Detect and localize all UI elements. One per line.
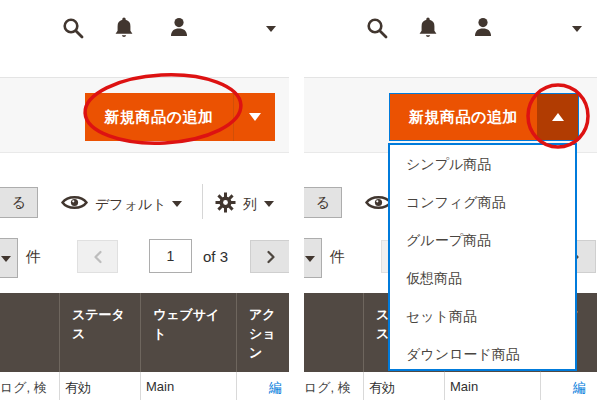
edit-link[interactable]: 編 [573,380,586,395]
per-page-caret-icon [305,256,315,262]
search-icon[interactable] [62,17,84,39]
cell-status: 有効 [59,372,140,400]
cell-action: 編 [540,372,597,400]
per-page-select[interactable] [304,238,322,278]
grid-data-row[interactable]: ログ, 検 有効 Main 編 [304,372,597,400]
menu-item-virtual-product[interactable]: 仮想商品 [390,259,575,297]
grid-header-status[interactable]: ステータス [59,293,140,372]
toolbar-divider [202,184,203,219]
account-icon[interactable] [167,16,191,40]
view-selector-caret-icon[interactable] [172,201,182,207]
menu-item-grouped-product[interactable]: グループ商品 [390,221,575,259]
account-menu-caret-icon[interactable] [266,26,276,32]
grid-header-row: ステータス ウェブサイト アクション [0,293,289,372]
account-menu-caret-icon[interactable] [572,26,582,32]
caret-down-icon [249,113,261,121]
menu-item-configurable-product[interactable]: コンフィグ商品 [390,183,575,221]
edit-link[interactable]: 編 [269,380,282,395]
caret-up-icon [552,113,564,121]
columns-selector-caret-icon[interactable] [264,201,274,207]
page-of-label: of 3 [203,248,228,265]
grid-header-website[interactable]: ウェブサイト [140,293,236,372]
grid-header-action[interactable]: アクション [236,293,289,372]
gear-icon[interactable] [215,192,236,213]
add-product-split-button[interactable]: 新規商品の追加 [389,93,579,141]
menu-item-simple-product[interactable]: シンプル商品 [390,145,575,183]
cell-visibility: ログ, 検 [304,372,363,400]
add-product-toggle[interactable] [537,94,578,140]
add-product-button-label[interactable]: 新規商品の追加 [390,94,537,140]
next-page-button[interactable] [250,240,289,273]
view-selector-label[interactable]: デフォルト [95,196,167,214]
add-product-button-label[interactable]: 新規商品の追加 [85,93,233,141]
cell-website: Main [140,372,236,400]
grid-header-blank[interactable] [304,293,363,372]
menu-item-bundle-product[interactable]: セット商品 [390,297,575,335]
menu-item-downloadable-product[interactable]: ダウンロード商品 [390,335,575,373]
cell-visibility: ログ, 検 [0,372,59,400]
grid-data-row[interactable]: ログ, 検 有効 Main 編 [0,372,289,400]
clear-filters-button[interactable]: る [0,187,38,218]
clear-filters-button-label: る [316,194,330,210]
prev-page-button[interactable] [77,240,118,273]
columns-selector-label[interactable]: 列 [243,196,257,214]
chevron-left-icon [93,250,103,264]
chevron-right-icon [266,250,276,264]
add-product-split-button[interactable]: 新規商品の追加 [85,93,275,141]
account-icon[interactable] [471,16,495,40]
clear-filters-button-label: る [12,194,26,210]
notifications-icon[interactable] [417,16,439,40]
page-number-input[interactable] [149,239,192,273]
product-type-menu: シンプル商品 コンフィグ商品 グループ商品 仮想商品 セット商品 ダウンロード商… [388,143,577,371]
grid-header-blank[interactable] [0,293,59,372]
screenshot-open-state: 新規商品の追加 る デフォルト 件 of 3 ステータス ウェブサイト アクショ… [304,0,597,400]
cell-status: 有効 [363,372,444,400]
per-page-select[interactable] [0,238,18,278]
notifications-icon[interactable] [113,16,135,40]
cell-action: 編 [236,372,289,400]
cell-website: Main [444,372,540,400]
add-product-toggle[interactable] [233,93,275,141]
eye-icon[interactable] [61,194,88,211]
per-page-suffix: 件 [26,248,41,267]
search-icon[interactable] [366,17,388,39]
per-page-suffix: 件 [330,248,345,267]
product-grid: ステータス ウェブサイト アクション ログ, 検 有効 Main 編 [0,293,289,400]
screenshot-closed-state: 新規商品の追加 る デフォルト 列 件 of 3 [0,0,289,400]
clear-filters-button[interactable]: る [304,187,342,218]
per-page-caret-icon [1,256,11,262]
